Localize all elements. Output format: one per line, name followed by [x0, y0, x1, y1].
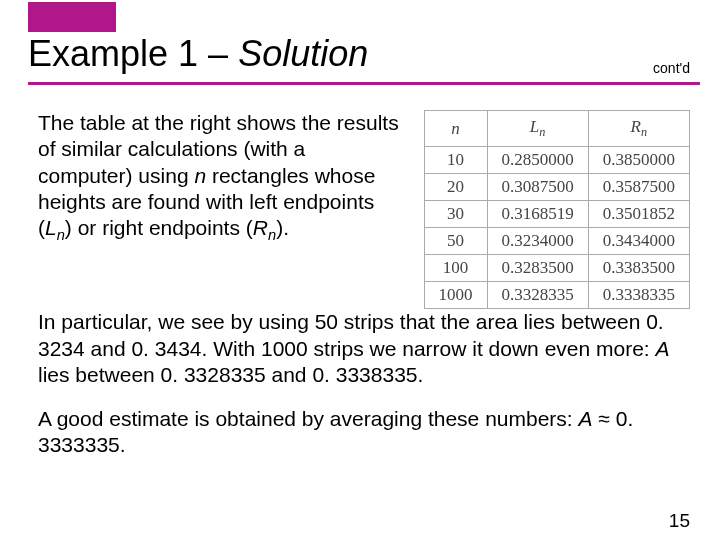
title-plain: Example 1 –: [28, 33, 238, 74]
table-row: 30 0.3168519 0.3501852: [424, 201, 690, 228]
cell: 0.3434000: [588, 228, 689, 255]
sub-n: n: [268, 227, 276, 243]
cell: 0.3338335: [588, 282, 689, 309]
table-row: 20 0.3087500 0.3587500: [424, 174, 690, 201]
col-n: n: [424, 111, 487, 147]
cell: 0.3383500: [588, 255, 689, 282]
text: In particular, we see by using 50 strips…: [38, 310, 664, 359]
body: The table at the right shows the results…: [38, 110, 690, 477]
sub-n: n: [57, 227, 65, 243]
text: lies between 0. 3328335 and 0. 3338335.: [38, 363, 423, 386]
cell: 0.3850000: [588, 147, 689, 174]
cell: 0.3283500: [487, 255, 588, 282]
cell: 0.2850000: [487, 147, 588, 174]
cell: 30: [424, 201, 487, 228]
accent-block: [28, 2, 116, 32]
table-row: 50 0.3234000 0.3434000: [424, 228, 690, 255]
cell: 0.3168519: [487, 201, 588, 228]
text: A good estimate is obtained by averaging…: [38, 407, 579, 430]
var-L: L: [45, 216, 57, 239]
paragraph-2: In particular, we see by using 50 strips…: [38, 309, 690, 388]
title-italic: Solution: [238, 33, 368, 74]
cell: 0.3087500: [487, 174, 588, 201]
cell: 100: [424, 255, 487, 282]
var-n: n: [194, 164, 206, 187]
paragraph-3: A good estimate is obtained by averaging…: [38, 406, 690, 459]
title-row: Example 1 – Solution: [28, 30, 700, 85]
cell: 0.3587500: [588, 174, 689, 201]
results-table: n Ln Rn 10 0.2850000 0.3850000 20 0.3087…: [424, 110, 691, 309]
col-Ln: Ln: [487, 111, 588, 147]
cell: 0.3501852: [588, 201, 689, 228]
cell: 0.3234000: [487, 228, 588, 255]
table-row: 10 0.2850000 0.3850000: [424, 147, 690, 174]
cell: 1000: [424, 282, 487, 309]
contd-label: cont'd: [653, 60, 690, 76]
table-row: 100 0.3283500 0.3383500: [424, 255, 690, 282]
table-row: 1000 0.3328335 0.3338335: [424, 282, 690, 309]
cell: 20: [424, 174, 487, 201]
var-A: A: [656, 337, 670, 360]
paragraph-1: The table at the right shows the results…: [38, 110, 402, 245]
page-number: 15: [669, 510, 690, 532]
text: ) or right endpoints (: [65, 216, 253, 239]
var-A: A: [579, 407, 593, 430]
cell: 0.3328335: [487, 282, 588, 309]
text: ).: [276, 216, 289, 239]
cell: 50: [424, 228, 487, 255]
col-Rn: Rn: [588, 111, 689, 147]
table-header-row: n Ln Rn: [424, 111, 690, 147]
cell: 10: [424, 147, 487, 174]
var-R: R: [253, 216, 268, 239]
